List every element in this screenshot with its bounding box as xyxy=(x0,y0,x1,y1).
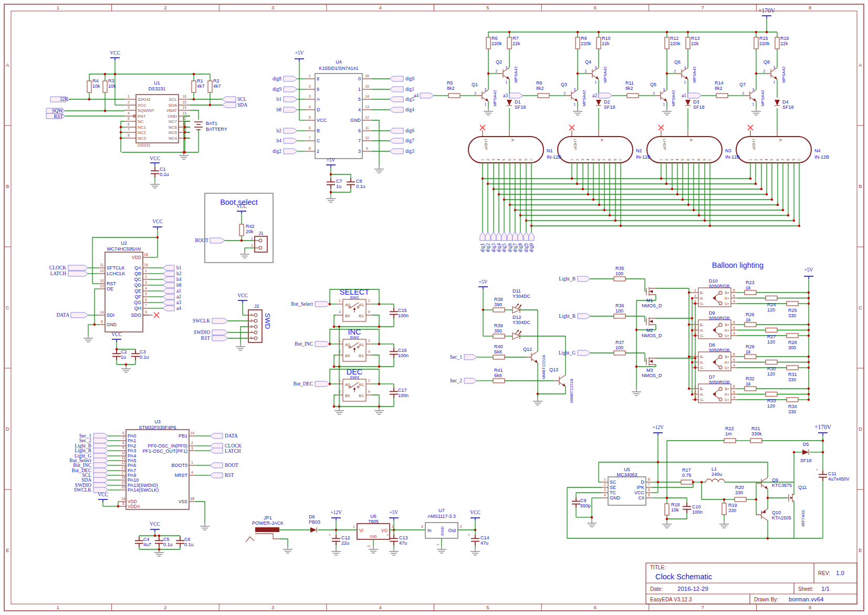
schematic-label: dig2 xyxy=(485,243,490,252)
schematic-label: QF xyxy=(135,294,142,299)
schematic-label: GND xyxy=(610,495,621,501)
schematic-label: NRST xyxy=(175,473,188,478)
schematic-label: CLOCK xyxy=(225,443,242,449)
schematic-label: D11 xyxy=(513,288,521,294)
schematic-label: 4 xyxy=(191,471,193,474)
schematic-label: 330 xyxy=(788,313,796,318)
schematic-label: SW1 xyxy=(350,295,359,300)
frame-column-label: 7 xyxy=(701,604,704,610)
schematic-label: NC6 xyxy=(169,125,177,130)
schematic-label: 6 xyxy=(776,159,779,161)
schematic-label: PA1 xyxy=(128,438,136,443)
schematic-label: C1 xyxy=(160,166,166,172)
schematic-label: VDD xyxy=(132,255,141,260)
schematic-label: RST xyxy=(201,336,211,341)
schematic-label: 8k2 xyxy=(625,86,633,91)
schematic-label: G+ xyxy=(725,366,729,370)
schematic-label: 4k7 xyxy=(197,84,205,89)
schematic-label: In xyxy=(427,528,432,533)
schematic-label: Q1 xyxy=(472,82,478,87)
frame-row-label: E xyxy=(859,547,862,553)
schematic-label: VCC xyxy=(98,492,108,497)
schematic-label: G+ xyxy=(725,334,729,338)
schematic-label: 2 xyxy=(145,275,147,278)
frame-column-label: 8 xyxy=(809,604,811,610)
schematic-label: 1 xyxy=(339,339,341,342)
schematic-label: 7 xyxy=(122,436,124,440)
schematic-label: A1 xyxy=(359,303,364,307)
schematic-label: A xyxy=(600,139,604,142)
schematic-label: 0.75 xyxy=(682,473,692,478)
schematic-label: 5 xyxy=(591,159,595,161)
schematic-label: 22k xyxy=(780,41,788,46)
schematic-label: 3 xyxy=(128,106,130,109)
schematic-label: 3 xyxy=(505,66,507,69)
schematic-label: 1 xyxy=(250,313,253,317)
schematic-label: R14 xyxy=(715,80,724,86)
schematic-label: 6 xyxy=(648,488,650,492)
schematic-label: R22 xyxy=(725,426,734,431)
schematic-label: 7 xyxy=(145,304,147,307)
schematic-label: R16 xyxy=(780,36,789,41)
schematic-label: G+ xyxy=(725,398,729,402)
schematic-label: R41 xyxy=(494,368,503,373)
schematic-label: 8k2 xyxy=(715,86,723,91)
schematic-label: 7 xyxy=(309,136,311,140)
schematic-label: R+ xyxy=(725,361,729,364)
schematic-label: IPK xyxy=(636,485,644,490)
schematic-label: 5 xyxy=(733,358,735,362)
schematic-label: R3 xyxy=(108,78,114,84)
schematic-label: 2 xyxy=(191,441,193,445)
schematic-label: G- xyxy=(700,334,704,338)
schematic-sheet: VCCR410kR310kR14k7R24k7U1DS323132KSQWRST… xyxy=(0,0,868,615)
schematic-label: PA14(SWCLK) xyxy=(128,487,159,493)
schematic-label: 4 xyxy=(309,105,311,109)
schematic-label: 100n xyxy=(398,353,409,358)
schematic-label: LATCH xyxy=(225,449,241,454)
schematic-label: 4 xyxy=(586,159,590,161)
schematic-label: 8 xyxy=(309,147,311,150)
schematic-label: 0.1u xyxy=(356,184,365,189)
schematic-label: 2 xyxy=(694,390,696,394)
schematic-label: QC xyxy=(134,277,142,282)
schematic-label: K155ID1/SN74141 xyxy=(319,66,358,71)
schematic-label: b1 xyxy=(277,97,282,102)
schematic-label: 7 xyxy=(602,159,606,161)
schematic-label: Sec_1 xyxy=(450,355,462,360)
schematic-label: 1k xyxy=(746,349,751,355)
schematic-label: 330 xyxy=(788,409,796,414)
frame-row-label: B xyxy=(6,183,9,189)
schematic-label: AMS1117-3.3 xyxy=(427,514,456,519)
schematic-label: 2 xyxy=(665,159,668,161)
schematic-label: 4 xyxy=(733,331,735,335)
schematic-label: 1 xyxy=(748,159,752,161)
schematic-label: NMOS_D xyxy=(642,333,662,338)
schematic-label: SF18 xyxy=(693,105,705,110)
schematic-label: NC1 xyxy=(138,125,147,130)
schematic-label: M3 xyxy=(646,368,653,373)
schematic-label: PA10 xyxy=(128,477,139,483)
schematic-label: 0 xyxy=(708,159,712,161)
schematic-label: 5050RGB xyxy=(709,284,730,289)
frame-row-label: D xyxy=(6,426,9,432)
schematic-label: B- xyxy=(700,387,704,391)
schematic-label: A0 xyxy=(345,382,350,387)
frame-column-label: 4 xyxy=(379,604,382,610)
schematic-label: 11 xyxy=(121,456,125,460)
schematic-label: RST xyxy=(225,473,234,478)
schematic-label: 4 xyxy=(604,493,606,497)
frame-row-label: A xyxy=(859,62,862,68)
schematic-label: SDO xyxy=(131,312,141,318)
schematic-label: PB03 xyxy=(309,519,320,525)
schematic-label: 9 xyxy=(703,159,706,161)
schematic-label: C9 xyxy=(580,498,587,503)
frame-column-label: 1 xyxy=(57,604,59,610)
schematic-canvas[interactable]: VCCR410kR310kR14k7R24k7U1DS323132KSQWRST… xyxy=(0,0,868,615)
schematic-label: VO xyxy=(381,528,388,533)
schematic-label: D7 xyxy=(709,374,715,380)
schematic-label: BOOT0 xyxy=(171,463,187,468)
schematic-label: B0 xyxy=(345,393,350,398)
schematic-label: 47u xyxy=(480,540,488,546)
schematic-label: C4 xyxy=(143,537,150,542)
schematic-label: SW2 xyxy=(350,335,359,340)
